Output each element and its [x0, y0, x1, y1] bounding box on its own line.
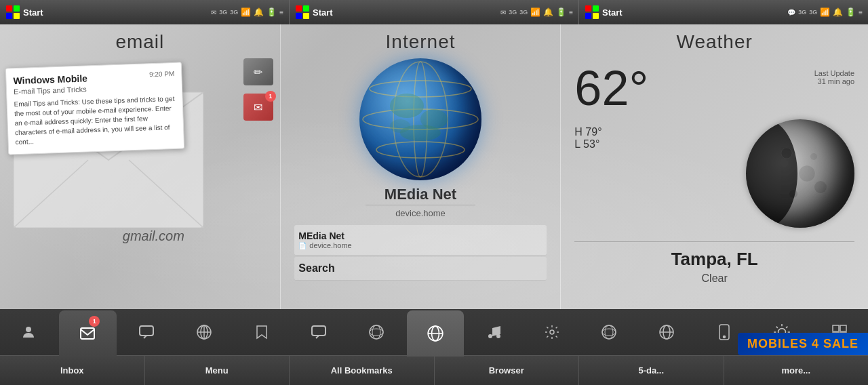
svg-rect-30 [81, 328, 94, 339]
mail-status-icon: ✉ [211, 9, 216, 16]
inbox-badge: 1 [265, 91, 276, 102]
last-update-time: 31 min ago [814, 77, 854, 85]
signal-bars-3: 📶 [820, 7, 830, 17]
inbox-icon: ✉ [254, 101, 262, 114]
weather-condition: Clear [574, 272, 854, 285]
svg-point-51 [723, 336, 725, 338]
temp-low: L 53° [574, 138, 601, 150]
temperature-display: 62° [574, 64, 648, 113]
moon-image [746, 119, 854, 228]
att-tab-icon-2[interactable] [580, 309, 638, 355]
email-envelope-area: Windows Mobile E-mail Tips and Tricks 9:… [0, 58, 280, 255]
list-item-title: MEdia Net [298, 230, 351, 241]
svg-point-23 [390, 119, 410, 133]
media-net-title: MEdia Net [384, 186, 456, 203]
bookmarks-tab-icon[interactable] [233, 309, 290, 355]
svg-point-22 [400, 125, 441, 141]
start-button-1[interactable]: Start [5, 5, 43, 20]
compose-email-button[interactable]: ✏ [243, 58, 273, 85]
browser-tab-icon[interactable] [407, 310, 465, 357]
fiveday-tab[interactable]: 5-da... [579, 356, 724, 385]
status-bars: Start ✉ 3G 3G 📶 🔔 🔋 ≡ Start ✉ 3G 3G [0, 0, 868, 24]
menu-icon-3: ≡ [859, 9, 863, 16]
menu-icon-2: ≡ [569, 9, 573, 16]
start-button-2[interactable]: Start [295, 5, 333, 20]
email-action-icons: ✏ ✉ 1 [243, 58, 273, 121]
att-tab-icon-1[interactable] [348, 309, 406, 355]
svg-point-45 [605, 325, 613, 339]
globe-grid-svg [359, 58, 481, 180]
svg-point-26 [789, 190, 797, 198]
att-icon-1 [368, 324, 384, 340]
inbox-email-button[interactable]: ✉ 1 [243, 94, 273, 121]
list-item-text: MEdia Net 📄 device.home [298, 230, 351, 249]
browser-globe-icon [427, 325, 444, 342]
weather-body: H 79° L 53° [574, 119, 854, 228]
m4s-suffix: SALE [819, 337, 859, 350]
email-tab-icon[interactable]: 1 [59, 310, 117, 357]
search-list-item[interactable]: Search [294, 257, 546, 281]
globe-tab-icon-2[interactable] [638, 309, 696, 355]
browser-tab[interactable]: Browser [435, 356, 580, 385]
svg-rect-7 [303, 13, 309, 19]
svg-rect-9 [593, 5, 599, 12]
globe-tab-icon-1[interactable] [175, 309, 233, 355]
temp-high: H 79° [574, 126, 601, 138]
music-tab-icon[interactable] [465, 309, 523, 355]
start-label-1: Start [23, 7, 43, 18]
browser-list: MEdia Net 📄 device.home Search [294, 225, 546, 282]
phone-icon [717, 324, 731, 340]
svg-rect-1 [14, 5, 20, 12]
menu-tab[interactable]: Menu [145, 356, 290, 385]
email-address-label: gmail.com [14, 228, 294, 249]
m4s-number: 4 [812, 337, 819, 350]
weather-header: 62° Last Update 31 min ago [574, 64, 854, 113]
start-label-2: Start [313, 7, 333, 18]
globe-icon[interactable] [359, 58, 481, 180]
bookmarks-tab[interactable]: All Bookmarks [290, 356, 435, 385]
svg-point-38 [372, 325, 380, 339]
settings-tab-icon[interactable] [523, 309, 580, 355]
music-icon [487, 324, 502, 340]
chat-tab-icon-2[interactable] [290, 309, 348, 355]
svg-point-43 [550, 330, 554, 334]
email-time: 9:20 PM [149, 70, 175, 78]
svg-point-24 [781, 148, 792, 159]
svg-point-44 [602, 325, 616, 339]
email-preview-card[interactable]: Windows Mobile E-mail Tips and Tricks 9:… [5, 62, 184, 155]
volume-icon-3: 🔔 [833, 7, 843, 17]
svg-point-28 [814, 181, 827, 193]
volume-icon-2: 🔔 [543, 7, 553, 17]
moon-craters-svg [746, 119, 854, 228]
email-panel-title: email [115, 31, 164, 53]
chat-icon [138, 324, 155, 340]
svg-rect-10 [585, 13, 591, 19]
mobiles4sale-badge[interactable]: MOBILES 4 SALE [738, 333, 868, 355]
list-item[interactable]: MEdia Net 📄 device.home [294, 225, 546, 256]
temp-high-low: H 79° L 53° [574, 126, 601, 150]
bookmarks-icon [254, 324, 269, 340]
3g-icon-4: 3G [519, 9, 528, 16]
signal-bars-1: 📶 [241, 7, 251, 17]
svg-point-18 [393, 62, 448, 177]
person-tab-icon[interactable] [0, 309, 58, 355]
media-net-url: device.home [366, 205, 475, 218]
email-panel: email Windows Mobile E-mail Tips and Tri… [0, 24, 281, 309]
status-icons-1: ✉ 3G 3G 📶 🔔 🔋 ≡ [211, 7, 283, 17]
start-button-3[interactable]: Start [585, 5, 623, 20]
inbox-tab[interactable]: Inbox [0, 356, 145, 385]
globe-container[interactable]: MEdia Net device.home [359, 58, 481, 218]
windows-logo-2 [295, 5, 310, 20]
person-icon [20, 324, 37, 340]
signal-bars-2: 📶 [530, 7, 540, 17]
more-tab[interactable]: more... [724, 356, 869, 385]
weather-panel: Weather 62° Last Update 31 min ago H 79°… [561, 24, 868, 309]
status-bar-2: Start ✉ 3G 3G 📶 🔔 🔋 ≡ [290, 0, 579, 24]
svg-rect-6 [296, 13, 302, 19]
svg-point-15 [370, 81, 471, 97]
3g-icon-3: 3G [509, 9, 517, 16]
svg-point-25 [799, 165, 815, 182]
weather-footer: Tampa, FL Clear [574, 241, 854, 285]
chat-tab-icon[interactable] [118, 309, 176, 355]
svg-rect-11 [593, 13, 599, 19]
